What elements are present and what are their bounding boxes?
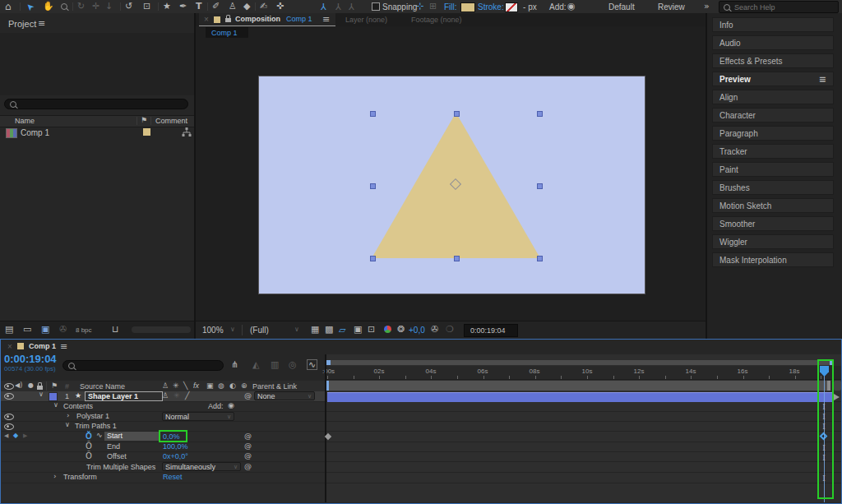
transparency-grid-icon[interactable]: ▩ [325,325,333,334]
offset-label[interactable]: Offset [107,452,127,460]
next-keyframe-icon[interactable]: ▶ [23,432,27,439]
viewer-timecode-box[interactable]: 0:00:19:04 [464,324,518,337]
layer-collapse-icon[interactable]: ✳ [173,392,180,400]
end-label[interactable]: End [107,442,120,451]
column-name-label[interactable]: Name [15,117,35,125]
fill-label[interactable]: Fill: [444,2,457,12]
orbit-camera-tool-icon[interactable]: ↻ [77,2,85,11]
zoom-caret-icon[interactable]: ∨ [230,326,235,333]
pan-camera-tool-icon[interactable]: ✛ [92,2,99,11]
mask-visibility-icon[interactable]: ▱ [339,325,345,335]
contents-add-label[interactable]: Add: [208,402,224,410]
start-pickwhip-icon[interactable]: @ [244,432,252,440]
layer-duration-bar[interactable] [327,392,834,402]
timeline-tab-label[interactable]: Comp 1 [29,342,56,350]
layer-name-field[interactable]: Shape Layer 1 [85,391,163,401]
offset-value[interactable]: 0x+0,0° [163,452,188,460]
parent-pickwhip-icon[interactable]: @ [244,392,252,400]
offset-stopwatch-icon[interactable]: Ŏ [86,452,92,460]
panel-tab-align[interactable]: Align [712,90,834,104]
panel-tab-brushes[interactable]: Brushes [712,180,834,195]
transform-row[interactable]: › Transform Reset [1,473,325,482]
comp-marker-bin[interactable] [834,381,841,391]
tms-pickwhip-icon[interactable]: @ [244,463,252,470]
color-depth-icon[interactable]: ✇ [59,325,67,334]
graph-editor-icon[interactable]: ∿ [307,359,317,370]
new-folder-icon[interactable]: ▭ [23,325,31,334]
panel-menu-icon[interactable]: ≡ [819,75,826,84]
project-tab-label[interactable]: Project [8,19,36,29]
tms-dropdown[interactable]: Simultaneously ∨ [162,462,241,471]
project-scrollbar[interactable] [132,326,191,333]
solo-column-icon[interactable]: ● [28,382,34,389]
comp-mini-flowchart-icon[interactable]: ⋔ [231,360,238,369]
rotation-tool-icon[interactable]: ↺ [125,2,132,11]
snapping-checkbox[interactable] [372,2,380,11]
trim-paths-chevron-icon[interactable]: ∨ [65,422,70,428]
resolution-caret-icon[interactable]: ∨ [294,326,299,333]
contents-chevron-icon[interactable]: ∨ [53,402,58,409]
exposure-icon[interactable]: ❂ [397,325,405,334]
composition-canvas[interactable] [258,76,645,294]
workspace-review[interactable]: Review [658,2,685,12]
threed-column-icon[interactable]: ◐ [229,382,236,390]
pan-behind-tool-icon[interactable]: ⊡ [143,2,150,11]
selection-handle[interactable] [454,256,460,261]
start-stopwatch-icon[interactable]: Ŏ [86,432,92,441]
zoom-level-value[interactable]: 100% [202,326,224,335]
selection-tool-icon[interactable]: ➤ [24,1,35,12]
workspace-default[interactable]: Default [608,2,635,12]
prev-keyframe-icon[interactable]: ◀ [4,432,8,439]
shy-column-icon[interactable]: ♙ [162,382,169,390]
offset-pickwhip-icon[interactable]: @ [244,452,252,460]
panel-tab-wiggler[interactable]: Wiggler [712,234,834,249]
interpret-footage-icon[interactable]: ▤ [5,325,13,334]
source-name-column-label[interactable]: Source Name [80,382,125,391]
view-axis-mode-icon[interactable]: Y [349,2,354,11]
project-item-label[interactable]: Comp 1 [21,128,49,137]
selection-handle[interactable] [454,111,460,117]
selection-handle[interactable] [537,111,543,117]
graph-set-icon[interactable]: ∿ [96,432,103,439]
transform-chevron-icon[interactable]: › [53,473,57,480]
channel-rgb-icon[interactable] [384,326,391,333]
panel-tab-paint[interactable]: Paint [712,162,834,177]
close-tab-icon[interactable]: × [204,15,209,24]
layer-quality-icon[interactable]: ╱ [185,392,189,400]
resolution-value[interactable]: (Full) [250,326,269,335]
show-snapshot-icon[interactable]: ❍ [446,325,454,334]
search-help-box[interactable] [719,1,839,13]
workspace-overflow-icon[interactable]: » [704,2,710,11]
panel-tab-effects-presets[interactable]: Effects & Presets [712,53,834,68]
column-comment-label[interactable]: Comment [155,117,187,125]
collapse-column-icon[interactable]: ✳ [173,382,179,390]
stroke-swatch[interactable] [505,2,518,12]
composition-tab-label[interactable]: Composition [235,15,280,23]
selection-handle[interactable] [537,183,543,189]
pane-divider[interactable] [325,354,326,502]
audio-column-icon[interactable]: ◀) [15,382,22,389]
trim-paths-visibility-icon[interactable] [4,423,14,430]
search-help-input[interactable] [733,2,835,12]
current-timecode[interactable]: 0:00:19:04 [4,353,57,365]
panel-tab-preview[interactable]: Preview ≡ [712,72,834,86]
selection-handle[interactable] [370,111,376,117]
snap-grid-icon[interactable]: ⊞ [429,2,437,11]
stroke-width-value[interactable]: - px [523,2,537,12]
layer-tab[interactable]: Layer (none) [345,16,387,24]
layer-label-swatch[interactable] [49,392,58,401]
world-axis-mode-icon[interactable]: Y [335,2,341,11]
timeline-navigator-bar[interactable] [327,360,834,365]
layer-expand-chevron-icon[interactable]: ∨ [39,391,44,398]
tag-column-icon[interactable]: ⚑ [141,117,147,124]
snap-to-feature-icon[interactable]: ⊹ [416,2,423,11]
quality-column-icon[interactable]: ╲ [183,382,187,390]
hand-tool-icon[interactable]: ✋ [43,2,54,11]
bit-depth-label[interactable]: 8 bpc [76,326,92,334]
viewer-menu-icon[interactable]: ≡ [322,15,330,24]
title-action-safe-icon[interactable]: ⊡ [368,325,375,334]
composition-tab-comp-name[interactable]: Comp 1 [286,15,312,23]
label-column-icon[interactable]: ⚑ [51,382,58,390]
panel-tab-character[interactable]: Character [712,108,834,123]
layer-visibility-icon[interactable] [4,393,14,400]
